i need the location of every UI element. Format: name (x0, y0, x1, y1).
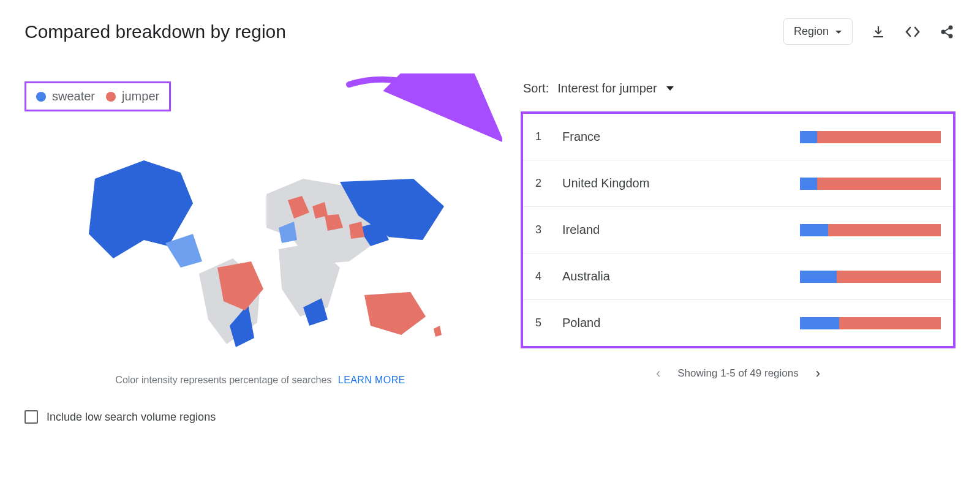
table-row[interactable]: 5 Poland (523, 300, 953, 346)
legend-item-jumper: jumper (106, 89, 159, 103)
sort-value-text: Interest for jumper (557, 81, 657, 96)
pager-text: Showing 1-5 of 49 regions (677, 367, 799, 380)
low-volume-checkbox[interactable] (24, 410, 38, 424)
learn-more-link[interactable]: LEARN MORE (338, 375, 405, 385)
region-bar (800, 131, 941, 143)
pager-prev[interactable]: ‹ (656, 366, 660, 381)
low-volume-toggle-row: Include low search volume regions (24, 410, 496, 424)
bar-segment-sweater (800, 178, 817, 190)
download-icon[interactable] (870, 23, 887, 40)
table-row[interactable]: 1 France (523, 114, 953, 160)
region-bar (800, 178, 941, 190)
sort-dropdown[interactable]: Interest for jumper (557, 81, 674, 96)
legend-label-jumper: jumper (122, 89, 159, 103)
bar-segment-sweater (800, 317, 839, 329)
legend: sweater jumper (24, 81, 171, 111)
region-name: United Kingdom (562, 176, 758, 190)
legend-dot-sweater (36, 92, 46, 102)
region-rank: 4 (535, 270, 550, 283)
bar-segment-jumper (817, 131, 941, 143)
map-caption: Color intensity represents percentage of… (24, 375, 496, 386)
region-rank: 2 (535, 177, 550, 190)
region-name: Australia (562, 269, 758, 283)
embed-icon[interactable] (904, 23, 921, 40)
sort-row: Sort: Interest for jumper (521, 81, 956, 96)
region-bar (800, 224, 941, 236)
caret-down-icon (835, 25, 842, 38)
bar-segment-sweater (800, 131, 817, 143)
header: Compared breakdown by region Region (24, 18, 956, 45)
caret-down-icon (666, 86, 674, 92)
region-name: Ireland (562, 223, 758, 237)
sort-label: Sort: (523, 81, 549, 96)
region-list: 1 France 2 United Kingdom 3 Ireland (521, 111, 956, 348)
pager-next[interactable]: › (816, 366, 820, 381)
table-row[interactable]: 3 Ireland (523, 207, 953, 253)
header-actions: Region (783, 18, 956, 45)
region-dropdown[interactable]: Region (783, 18, 853, 45)
share-icon[interactable] (938, 23, 956, 40)
legend-item-sweater: sweater (36, 89, 95, 103)
region-name: France (562, 130, 758, 144)
region-rank: 1 (535, 130, 550, 143)
table-row[interactable]: 4 Australia (523, 253, 953, 300)
pager: ‹ Showing 1-5 of 49 regions › (521, 366, 956, 381)
legend-dot-jumper (106, 92, 116, 102)
bar-segment-jumper (839, 317, 941, 329)
table-row[interactable]: 2 United Kingdom (523, 160, 953, 207)
page-title: Compared breakdown by region (24, 21, 286, 42)
region-bar (800, 317, 941, 329)
world-map[interactable] (70, 136, 450, 356)
bar-segment-jumper (837, 271, 941, 283)
left-column: sweater jumper (24, 81, 496, 424)
map-caption-text: Color intensity represents percentage of… (115, 375, 331, 385)
right-column: Sort: Interest for jumper 1 France 2 Uni… (521, 81, 956, 424)
low-volume-label: Include low search volume regions (47, 411, 216, 424)
legend-label-sweater: sweater (52, 89, 95, 103)
region-rank: 5 (535, 317, 550, 329)
bar-segment-jumper (828, 224, 941, 236)
region-name: Poland (562, 316, 758, 330)
region-dropdown-label: Region (794, 25, 829, 38)
bar-segment-sweater (800, 271, 837, 283)
region-bar (800, 271, 941, 283)
bar-segment-jumper (817, 178, 941, 190)
bar-segment-sweater (800, 224, 828, 236)
region-rank: 3 (535, 223, 550, 236)
content: sweater jumper (24, 81, 956, 424)
